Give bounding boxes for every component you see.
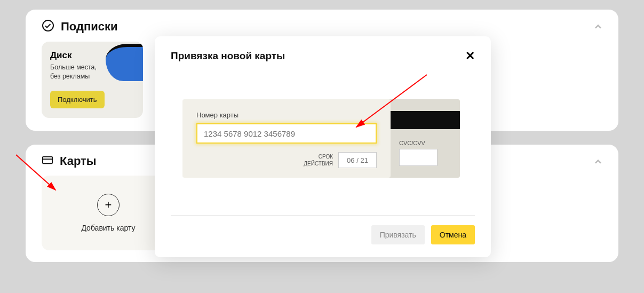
svg-rect-1 bbox=[43, 156, 52, 163]
check-circle-icon bbox=[42, 19, 54, 34]
expiry-input[interactable] bbox=[338, 152, 377, 168]
add-card-label: Добавить карту bbox=[81, 224, 135, 232]
subscription-card-disk: Диск Больше места, без рекламы Подключит… bbox=[42, 42, 143, 118]
close-icon[interactable]: ✕ bbox=[465, 50, 475, 62]
svg-point-0 bbox=[43, 20, 53, 31]
link-card-button[interactable]: Привязать bbox=[371, 225, 425, 244]
cards-title: Карты bbox=[60, 154, 97, 168]
credit-card-icon bbox=[42, 154, 53, 168]
chevron-up-icon[interactable] bbox=[593, 156, 603, 170]
subscriptions-title: Подписки bbox=[61, 20, 118, 34]
connect-button[interactable]: Подключить bbox=[50, 91, 105, 108]
link-card-modal: Привязка новой карты ✕ Номер карты СРОК … bbox=[155, 36, 491, 257]
plus-icon[interactable]: + bbox=[97, 194, 120, 216]
modal-title: Привязка новой карты bbox=[171, 50, 285, 62]
expiry-label: СРОК ДЕЙСТВИЯ bbox=[304, 153, 333, 167]
chevron-up-icon[interactable] bbox=[593, 21, 603, 35]
card-number-input[interactable] bbox=[196, 123, 377, 144]
cancel-button[interactable]: Отмена bbox=[431, 225, 475, 244]
cvc-input[interactable] bbox=[399, 149, 438, 166]
cvc-label: CVC/CVV bbox=[399, 140, 460, 146]
card-number-label: Номер карты bbox=[196, 111, 377, 119]
card-front: Номер карты СРОК ДЕЙСТВИЯ bbox=[182, 99, 391, 178]
disk-illustration bbox=[106, 44, 143, 81]
modal-divider bbox=[171, 215, 475, 216]
